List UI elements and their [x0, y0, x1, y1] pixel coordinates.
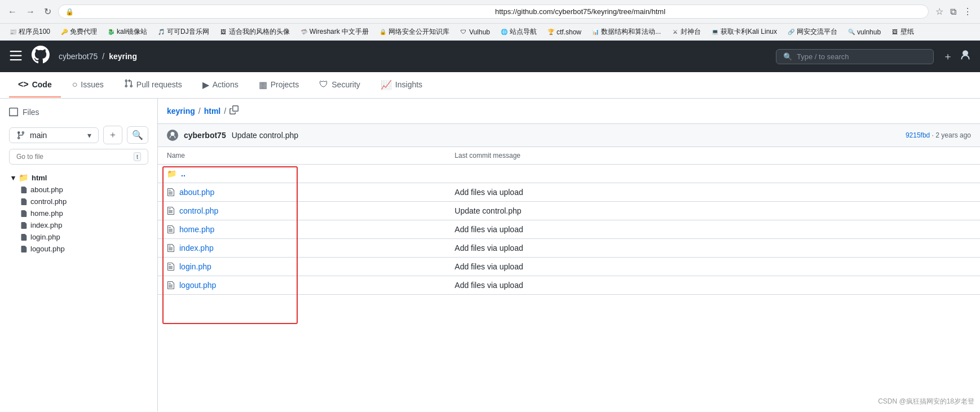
copy-path-button[interactable] — [229, 105, 239, 117]
home-php-link[interactable]: home.php — [179, 225, 214, 234]
github-search[interactable]: 🔍 Type / to search — [776, 49, 934, 64]
index-commit-msg: Add files via upload — [445, 239, 815, 258]
control-php-link[interactable]: control.php — [179, 206, 218, 215]
sidebar-file-home[interactable]: home.php — [9, 207, 148, 219]
tab-issues[interactable]: ○ Issues — [63, 73, 113, 98]
bookmark-item[interactable]: 🔍 vulnhub — [844, 27, 884, 37]
tab-insights[interactable]: 📈 Insights — [372, 73, 431, 98]
bookmark-item[interactable]: 🌐 站点导航 — [497, 26, 540, 38]
about-php-link[interactable]: about.php — [179, 188, 214, 197]
nav-tabs: <> Code ○ Issues Pull requests ▶ Actions… — [0, 72, 980, 99]
sidebar-file-control[interactable]: control.php — [9, 196, 148, 207]
bookmark-item[interactable]: 📊 数据结构和算法动... — [588, 26, 664, 38]
sidebar-file-login[interactable]: login.php — [9, 231, 148, 243]
logout-php-link[interactable]: logout.php — [179, 281, 216, 290]
file-name: about.php — [30, 185, 63, 194]
go-to-file-input[interactable] — [16, 153, 129, 161]
breadcrumb-folder-link[interactable]: html — [204, 107, 221, 116]
tab-security[interactable]: 🛡 Security — [310, 73, 369, 98]
sidebar-file-logout[interactable]: logout.php — [9, 243, 148, 255]
breadcrumb-repo-link[interactable]: keyring — [109, 52, 137, 61]
control-commit-msg: Update control.php — [445, 202, 815, 220]
col-commit-header: Last commit message — [445, 147, 815, 165]
login-php-link[interactable]: login.php — [179, 262, 211, 271]
sidebar: Files main ▾ ＋ 🔍 t ▾ 📁 html about.php — [0, 99, 158, 411]
tab-projects[interactable]: ▦ Projects — [250, 73, 308, 98]
table-row: about.php Add files via upload — [158, 183, 980, 202]
file-icon — [20, 234, 27, 241]
parent-folder-link[interactable]: .. — [181, 169, 186, 178]
bookmark-item[interactable]: 💻 获取卡利Kali Linux — [708, 26, 780, 38]
bookmark-item[interactable]: 🦈 Wireshark 中文手册 — [297, 26, 372, 38]
sidebar-search[interactable]: t — [9, 149, 148, 165]
security-icon: 🛡 — [319, 79, 328, 90]
tab-code[interactable]: <> Code — [9, 73, 61, 98]
bookmark-item[interactable]: 🎵 可可DJ音乐网 — [154, 26, 213, 38]
add-file-button[interactable]: ＋ — [103, 126, 122, 144]
nav-refresh-button[interactable]: ↻ — [42, 4, 54, 19]
sidebar-file-about[interactable]: about.php — [9, 184, 148, 196]
bookmark-item[interactable]: 🖼 壁纸 — [888, 26, 917, 38]
tab-actions-label: Actions — [213, 80, 239, 89]
file-icon — [167, 243, 175, 252]
bookmark-icon: 🛡 — [460, 28, 467, 36]
user-icon[interactable] — [960, 50, 971, 63]
bookmark-icon: 🎵 — [157, 28, 165, 36]
branch-selector[interactable]: main ▾ — [9, 127, 99, 143]
breadcrumb-user-link[interactable]: cyberbot75 — [59, 52, 98, 61]
sidebar-file-index[interactable]: index.php — [9, 219, 148, 231]
code-icon: <> — [18, 79, 29, 90]
search-placeholder: Type / to search — [797, 52, 849, 61]
file-row-name: index.php — [167, 243, 436, 252]
tab-insights-label: Insights — [395, 80, 422, 89]
file-icon — [20, 210, 27, 217]
bookmark-item[interactable]: 🔑 免费代理 — [57, 26, 100, 38]
commit-user[interactable]: cyberbot75 — [184, 131, 226, 140]
bookmark-item[interactable]: 📰 程序员100 — [6, 26, 54, 38]
menu-button[interactable]: ⋮ — [961, 4, 974, 19]
content-breadcrumb: keyring / html / — [158, 99, 980, 124]
col-time-header — [815, 147, 980, 165]
bookmark-item[interactable]: 🏆 ctf.show — [544, 27, 585, 37]
bookmark-icon: 🏆 — [547, 28, 555, 36]
bookmark-button[interactable]: ☆ — [933, 4, 946, 19]
parent-folder-icon: 📁 — [167, 169, 176, 178]
bookmark-item[interactable]: 🛡 Vulhub — [456, 27, 493, 37]
file-icon — [167, 188, 175, 197]
bookmark-item[interactable]: 🔗 网安交流平台 — [784, 26, 841, 38]
bookmark-icon: 🦈 — [300, 28, 308, 36]
insights-icon: 📈 — [381, 79, 392, 90]
commit-hash-link[interactable]: 9215fbd — [906, 131, 930, 139]
file-table: Name Last commit message 📁 .. — [158, 147, 980, 295]
nav-forward-button[interactable]: → — [24, 5, 37, 19]
files-sidebar-icon — [9, 108, 18, 117]
tab-issues-label: Issues — [81, 80, 103, 89]
file-icon — [20, 187, 27, 193]
tab-button[interactable]: ⧉ — [948, 4, 959, 19]
bookmark-item[interactable]: 🔒 网络安全公开知识库 — [376, 26, 453, 38]
bookmark-item[interactable]: 🖼 适合我的风格的头像 — [216, 26, 293, 38]
projects-icon: ▦ — [259, 79, 267, 90]
file-tree-folder-html[interactable]: ▾ 📁 html — [9, 171, 148, 184]
bookmark-icon: 🔒 — [379, 28, 387, 36]
tab-code-label: Code — [32, 80, 52, 89]
bookmark-item[interactable]: ⚔ 封神台 — [668, 26, 704, 38]
table-row: 📁 .. — [158, 165, 980, 183]
plus-icon[interactable]: ＋ — [943, 50, 953, 63]
search-files-button[interactable]: 🔍 — [127, 126, 148, 144]
file-icon — [20, 222, 27, 229]
bookmark-icon: 🌐 — [500, 28, 508, 36]
url-bar[interactable]: 🔒 https://github.com/cyberbot75/keyring/… — [58, 5, 929, 19]
hamburger-menu-button[interactable] — [9, 49, 23, 64]
file-icon — [167, 281, 175, 290]
table-row: login.php Add files via upload — [158, 258, 980, 276]
index-php-link[interactable]: index.php — [179, 243, 214, 252]
bookmark-item[interactable]: 🐉 kali镜像站 — [104, 26, 151, 38]
github-header: cyberbot75 / keyring 🔍 Type / to search … — [0, 41, 980, 72]
actions-icon: ▶ — [202, 79, 209, 90]
tab-pull-requests[interactable]: Pull requests — [115, 72, 191, 98]
nav-back-button[interactable]: ← — [6, 5, 19, 19]
breadcrumb-repo-link[interactable]: keyring — [167, 107, 195, 116]
tab-actions[interactable]: ▶ Actions — [193, 73, 248, 98]
breadcrumb: cyberbot75 / keyring — [59, 52, 137, 61]
